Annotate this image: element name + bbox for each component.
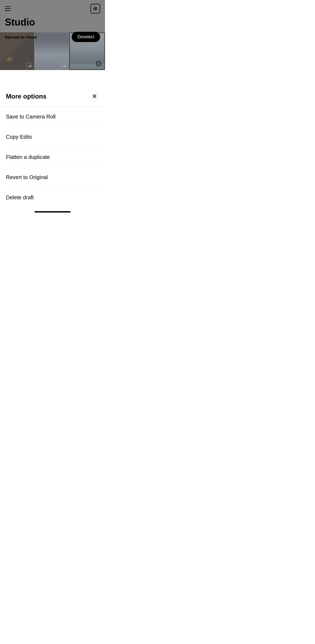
menu-item-save-camera-roll[interactable]: Save to Camera Roll	[6, 107, 99, 127]
menu-item-label: Save to Camera Roll	[6, 114, 56, 120]
menu-item-label: Flatten a duplicate	[6, 154, 50, 160]
bottom-sheet: More options ✕ Save to Camera Roll Copy …	[0, 84, 105, 215]
sheet-header: More options ✕	[0, 84, 105, 107]
sheet-title: More options	[6, 93, 47, 100]
sync-bar: Synced to Cloud Deselect	[0, 32, 105, 42]
close-icon: ✕	[92, 93, 97, 100]
camera-lens-dot	[95, 8, 96, 9]
home-indicator	[0, 207, 105, 215]
menu-item-label: Delete draft	[6, 194, 34, 200]
camera-icon	[93, 7, 97, 11]
page-title: Studio	[5, 17, 35, 28]
camera-button[interactable]	[90, 4, 100, 13]
deselect-button[interactable]: Deselect	[72, 32, 100, 42]
menu-item-label: Copy Edits	[6, 134, 32, 140]
menu-item-copy-edits[interactable]: Copy Edits	[6, 127, 99, 147]
menu-item-flatten-duplicate[interactable]: Flatten a duplicate	[6, 147, 99, 167]
sync-status-text: Synced to Cloud	[5, 35, 37, 39]
menu-item-delete-draft[interactable]: Delete draft	[6, 187, 99, 207]
menu-button[interactable]	[5, 6, 11, 11]
menu-item-revert-original[interactable]: Revert to Original	[6, 167, 99, 187]
photo-gallery-background: Studio Synced to Cloud Deselect ☁ ☁ 1	[0, 0, 105, 70]
home-bar	[34, 211, 71, 213]
menu-list: Save to Camera Roll Copy Edits Flatten a…	[0, 107, 105, 207]
menu-item-label: Revert to Original	[6, 174, 48, 180]
close-button[interactable]: ✕	[90, 92, 99, 101]
top-bar	[0, 0, 105, 17]
